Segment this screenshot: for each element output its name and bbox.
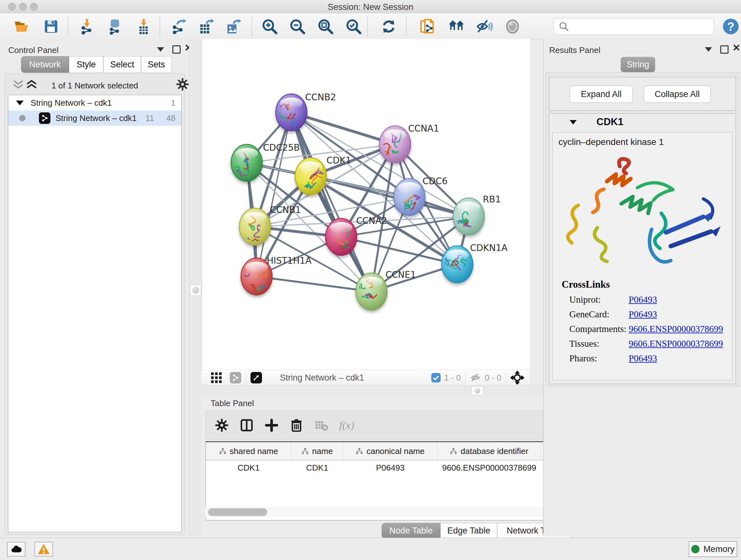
- table-cell[interactable]: CDK1: [206, 463, 291, 473]
- gene-section: CDK1 cyclin–dependent kinase 1: [549, 113, 736, 384]
- network-row-selected[interactable]: String Network – cdk1 11 48: [8, 111, 181, 126]
- tab-string[interactable]: String: [621, 57, 655, 72]
- crosslink-label: GeneCard:: [569, 309, 629, 320]
- node-label-CDC25B: CDC25B: [263, 142, 300, 153]
- scrollbar-thumb[interactable]: [208, 508, 267, 516]
- zoom-selected-icon[interactable]: [345, 17, 362, 36]
- refresh-icon[interactable]: [380, 17, 398, 36]
- expand-all-button[interactable]: Expand All: [569, 85, 633, 103]
- node-label-CCNB2: CCNB2: [305, 92, 336, 103]
- pan-crosshair-icon[interactable]: [511, 371, 524, 384]
- table-gear-icon[interactable]: [215, 418, 229, 432]
- crosslink-row: Tissues:9606.ENSP00000378699: [569, 336, 729, 351]
- results-panel: Results Panel ✕ String Expand All Collap…: [543, 39, 741, 537]
- table-cell[interactable]: 9606.ENSP00000378699: [437, 463, 541, 473]
- cloud-button[interactable]: [7, 542, 25, 557]
- crosslink-label: Uniprot:: [569, 294, 629, 305]
- panel-float-icon[interactable]: [172, 45, 181, 54]
- column-header-databaseidentifier[interactable]: database identifier: [437, 442, 541, 460]
- gene-expander-icon[interactable]: [569, 120, 577, 125]
- zoom-out-icon[interactable]: [288, 17, 307, 36]
- node-CDK1[interactable]: [295, 158, 327, 195]
- tree-expander-icon[interactable]: [16, 101, 23, 105]
- crosslink-value-link[interactable]: P06493: [629, 353, 657, 364]
- table-cell[interactable]: CDK1: [291, 463, 343, 473]
- panel-float-icon[interactable]: [720, 45, 729, 54]
- network-tree: String Network – cdk1 1 String Network –…: [8, 95, 182, 532]
- tab-style[interactable]: Style: [69, 56, 104, 73]
- search-input[interactable]: [572, 21, 714, 32]
- zoom-fit-icon[interactable]: [317, 17, 334, 36]
- crosslink-value-link[interactable]: 9606.ENSP00000378699: [629, 338, 723, 349]
- hide-glasses-icon[interactable]: [475, 17, 493, 36]
- node-CCNA1[interactable]: [380, 126, 411, 163]
- network-graph[interactable]: CCNB2CCNA1CDC25BCDK1CDC6RB1CCNB1CCNA2CDK…: [202, 39, 530, 370]
- tab-node-table[interactable]: Node Table: [382, 523, 441, 538]
- gene-details: cyclin–dependent kinase 1: [552, 132, 732, 381]
- export-network-icon[interactable]: [170, 17, 188, 36]
- open-session-icon[interactable]: [13, 17, 30, 36]
- memory-button[interactable]: Memory: [689, 541, 737, 557]
- column-type-icon: [450, 447, 457, 455]
- birdseye-view-icon[interactable]: [251, 372, 262, 383]
- gear-icon[interactable]: [176, 78, 189, 91]
- add-column-icon[interactable]: [265, 418, 279, 432]
- tab-network[interactable]: Network: [21, 56, 69, 73]
- toolbar-divider: [406, 17, 407, 36]
- network-view-canvas[interactable]: CCNB2CCNA1CDC25BCDK1CDC6RB1CCNB1CCNA2CDK…: [202, 39, 530, 370]
- node-CCNB2[interactable]: [275, 94, 307, 131]
- search-icon: [558, 21, 569, 32]
- table-panel-title: Table Panel: [211, 398, 254, 408]
- table-tabs: Node TableEdge TableNetwork Table: [382, 523, 570, 538]
- selected-checkbox-icon[interactable]: [431, 373, 441, 383]
- toolbar-divider: [506, 372, 506, 384]
- node-RB1[interactable]: [453, 198, 484, 235]
- crosslink-value-link[interactable]: P06493: [629, 309, 657, 320]
- column-header-name[interactable]: name: [291, 442, 343, 460]
- crosslink-value-link[interactable]: 9606.ENSP00000378699: [629, 324, 723, 334]
- share-document-icon[interactable]: [419, 17, 436, 36]
- node-CCNA2[interactable]: [326, 219, 357, 255]
- table-cell[interactable]: P06493: [343, 463, 437, 473]
- tab-select[interactable]: Select: [104, 56, 141, 73]
- node-CCNE1[interactable]: [356, 273, 387, 310]
- column-header-sharedname[interactable]: shared name: [206, 442, 291, 460]
- import-table-file-icon[interactable]: [135, 17, 152, 36]
- import-network-file-icon[interactable]: [78, 17, 96, 36]
- show-columns-icon[interactable]: [240, 418, 254, 432]
- network-share-icon[interactable]: [230, 372, 241, 383]
- memory-status-dot: [691, 545, 699, 553]
- tab-sets[interactable]: Sets: [141, 56, 172, 73]
- left-splitter-handle[interactable]: [190, 285, 201, 296]
- delete-column-icon[interactable]: [289, 418, 304, 432]
- panel-close-icon[interactable]: ✕: [732, 45, 740, 51]
- tab-edge-table[interactable]: Edge Table: [441, 523, 497, 538]
- collapse-all-button[interactable]: Collapse All: [644, 85, 711, 103]
- export-table-icon[interactable]: [197, 17, 215, 36]
- hidden-items-icon[interactable]: [470, 372, 482, 383]
- warning-button[interactable]: [35, 542, 53, 557]
- panel-collapse-icon[interactable]: [705, 47, 712, 52]
- save-session-icon[interactable]: [42, 17, 60, 36]
- network-collection-row[interactable]: String Network – cdk1 1: [8, 95, 181, 111]
- grid-view-icon[interactable]: [210, 371, 223, 384]
- edge-count: 48: [166, 113, 176, 123]
- table-splitter-handle[interactable]: [472, 386, 483, 395]
- node-CCNB1[interactable]: [239, 208, 271, 249]
- export-image-icon[interactable]: [224, 17, 242, 36]
- column-header-canonicalname[interactable]: canonical name: [343, 442, 437, 460]
- crosslink-row: Compartments:9606.ENSP00000378699: [569, 321, 729, 336]
- node-CDC25B[interactable]: [231, 144, 262, 181]
- zoom-in-icon[interactable]: [261, 17, 279, 36]
- import-network-database-icon[interactable]: [106, 17, 124, 36]
- help-icon[interactable]: ?: [722, 17, 740, 36]
- gene-name: CDK1: [596, 116, 623, 128]
- panel-collapse-icon[interactable]: [157, 47, 164, 52]
- home-icon[interactable]: [448, 17, 465, 36]
- node-CDKN1A[interactable]: [442, 246, 473, 283]
- node-CDC6[interactable]: [394, 179, 425, 215]
- show-sphere-icon[interactable]: [503, 17, 522, 36]
- search-box[interactable]: [554, 18, 714, 35]
- crosslink-value-link[interactable]: P06493: [629, 294, 657, 305]
- left-splitter[interactable]: [189, 39, 202, 537]
